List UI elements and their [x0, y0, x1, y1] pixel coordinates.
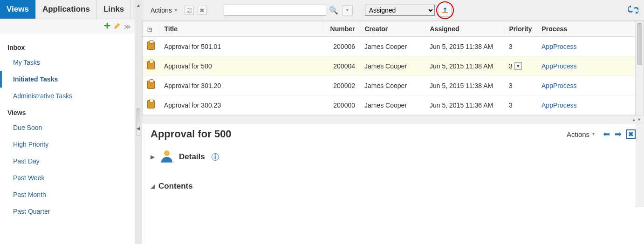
state-filter-select[interactable]: Assigned [365, 5, 435, 16]
details-section: ▶ Details i [151, 149, 636, 165]
sidebar-item-high-priority[interactable]: High Priority [0, 136, 135, 153]
inbox-heading: Inbox [0, 39, 135, 54]
process-link[interactable]: AppProcess [541, 62, 576, 70]
cell-priority: 3 ▼ [504, 56, 537, 76]
cell-creator: James Cooper [360, 56, 425, 76]
cell-creator: James Cooper [360, 76, 425, 95]
contents-label: Contents [158, 182, 193, 191]
task-table: ◳ Title Number Creator Assigned Priority… [143, 21, 635, 115]
task-icon [147, 41, 155, 50]
detail-actions-label: Actions [567, 130, 589, 138]
search-input[interactable] [224, 5, 326, 16]
task-icon [147, 100, 155, 108]
splitter-handle[interactable] [137, 108, 140, 136]
add-icon[interactable] [103, 22, 111, 31]
search-icon[interactable]: 🔍 [329, 6, 338, 15]
top-toolbar: Actions ▼ ☑ ✖ 🔍 ▼ Assigned [142, 0, 644, 21]
col-number[interactable]: Number [322, 21, 360, 37]
refresh-icon[interactable] [628, 5, 638, 16]
checkbox-toggle-icon[interactable]: ☑ [185, 6, 194, 15]
detail-panel: Approval for 500 Actions ▼ ⬅ ➡ ✖ ▶ Detai… [142, 123, 644, 244]
sidebar-item-past-quarter[interactable]: Past Quarter [0, 203, 135, 220]
restore-pane-icon[interactable]: ◳ [147, 27, 152, 32]
clear-icon[interactable]: ✖ [198, 6, 207, 15]
tab-views[interactable]: Views [0, 0, 36, 19]
details-label: Details [179, 152, 205, 162]
col-process[interactable]: Process [537, 21, 635, 37]
priority-dropdown[interactable]: ▼ [514, 62, 522, 70]
edit-icon[interactable] [114, 22, 121, 31]
col-creator[interactable]: Creator [360, 21, 425, 37]
cell-creator: James Cooper [360, 37, 425, 56]
user-icon [159, 149, 174, 165]
expand-icon[interactable]: ≫ [124, 23, 131, 30]
sidebar-item-past-day[interactable]: Past Day [0, 153, 135, 169]
detail-title: Approval for 500 [151, 128, 232, 140]
sidebar-item-past-week[interactable]: Past Week [0, 169, 135, 186]
cell-number: 200002 [322, 76, 360, 95]
cell-priority: 3 [504, 95, 537, 115]
process-link[interactable]: AppProcess [541, 43, 576, 50]
search-options-dropdown[interactable]: ▼ [342, 5, 353, 15]
process-link[interactable]: AppProcess [541, 82, 576, 89]
close-detail-button[interactable]: ✖ [626, 129, 636, 139]
splitter-collapse-icon[interactable]: ◀ [137, 126, 140, 131]
next-arrow-icon[interactable]: ➡ [615, 129, 622, 139]
table-row[interactable]: Approval for 500 200004 James Cooper Jun… [143, 56, 635, 76]
col-icon[interactable]: ◳ [143, 21, 159, 37]
task-table-container: ◳ Title Number Creator Assigned Priority… [142, 21, 644, 115]
cell-creator: James Cooper [360, 95, 425, 115]
reassign-button[interactable] [438, 4, 452, 17]
sidebar-item-due-soon[interactable]: Due Soon [0, 119, 135, 136]
cell-number: 200004 [322, 56, 360, 76]
prev-arrow-icon[interactable]: ⬅ [603, 129, 610, 139]
sidebar-item-administrative-tasks[interactable]: Administrative Tasks [0, 88, 135, 104]
detail-header: Approval for 500 Actions ▼ ⬅ ➡ ✖ [151, 128, 636, 140]
actions-label: Actions [151, 7, 172, 14]
sidebar-item-past-month[interactable]: Past Month [0, 186, 135, 203]
sidebar-toolbar: ≫ [0, 19, 135, 34]
table-row[interactable]: Approval for 301.20 200002 James Cooper … [143, 76, 635, 95]
tab-links[interactable]: Links [97, 0, 131, 19]
dropdown-icon: ▼ [174, 8, 178, 13]
cell-title: Approval for 300.23 [159, 95, 322, 115]
task-icon [147, 61, 155, 69]
cell-assigned: Jun 5, 2015 11:38 AM [425, 76, 504, 95]
cell-number: 200000 [322, 95, 360, 115]
splitter-arrow-icon: ▲ [136, 3, 141, 8]
sidebar: Views Applications Links ≫ Inbox My Task… [0, 0, 135, 244]
cell-priority: 3 [504, 76, 537, 95]
scrollbar-thumb[interactable] [637, 23, 642, 65]
svg-rect-0 [442, 12, 448, 13]
col-title[interactable]: Title [159, 21, 322, 37]
detail-scrollbar[interactable] [636, 123, 644, 207]
svg-point-1 [164, 150, 170, 156]
task-icon [147, 81, 155, 89]
actions-menu[interactable]: Actions ▼ [148, 5, 181, 16]
table-row[interactable]: Approval for 300.23 200000 James Cooper … [143, 95, 635, 115]
sidebar-tabs: Views Applications Links [0, 0, 135, 19]
cell-priority: 3 [504, 37, 537, 56]
cell-assigned: Jun 5, 2015 11:38 AM [425, 56, 504, 76]
disclosure-expanded-icon[interactable]: ◢ [151, 183, 155, 190]
sidebar-item-my-tasks[interactable]: My Tasks [0, 54, 135, 71]
cell-title: Approval for 501.01 [159, 37, 322, 56]
contents-section: ◢ Contents [151, 182, 636, 191]
col-assigned[interactable]: Assigned [425, 21, 504, 37]
info-icon[interactable]: i [212, 153, 219, 161]
detail-actions-menu[interactable]: Actions ▼ [564, 129, 598, 140]
vertical-splitter[interactable]: ▲ ◀ [135, 0, 142, 244]
col-priority[interactable]: Priority [504, 21, 537, 37]
sidebar-content: Inbox My Tasks Initiated Tasks Administr… [0, 34, 135, 244]
tab-applications[interactable]: Applications [36, 0, 97, 19]
table-scrollbar[interactable] [635, 21, 644, 115]
table-row[interactable]: Approval for 501.01 200006 James Cooper … [143, 37, 635, 56]
cell-number: 200006 [322, 37, 360, 56]
sidebar-item-initiated-tasks[interactable]: Initiated Tasks [0, 71, 135, 88]
cell-title: Approval for 301.20 [159, 76, 322, 95]
cell-assigned: Jun 5, 2015 11:38 AM [425, 37, 504, 56]
process-link[interactable]: AppProcess [541, 102, 576, 109]
cell-title: Approval for 500 [159, 56, 322, 76]
horizontal-splitter[interactable]: ▲ ▼ [142, 117, 644, 123]
disclosure-collapsed-icon[interactable]: ▶ [151, 154, 155, 160]
